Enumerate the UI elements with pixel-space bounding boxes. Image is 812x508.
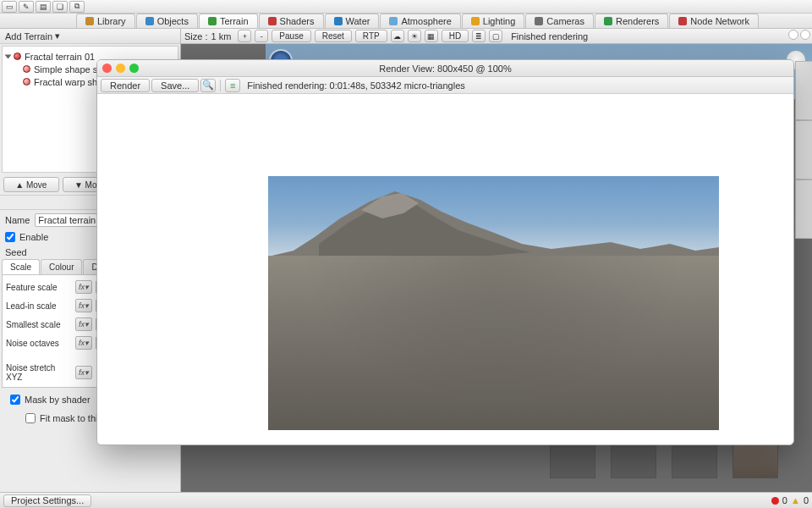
error-count: 0 (782, 495, 787, 505)
tab-label: Terrain (220, 16, 249, 26)
render-view-window[interactable]: Render View: 800x450 @ 100% Render Save.… (96, 59, 794, 445)
side-tabs (795, 61, 812, 239)
enable-label: Enable (19, 232, 48, 242)
prop-label: Lead-in scale (6, 301, 72, 311)
cloud-icon[interactable]: ☁ (391, 30, 404, 42)
fx-button-icon[interactable]: fx▾ (75, 299, 92, 312)
prop-label: Feature scale (6, 283, 72, 292)
fx-button-icon[interactable]: fx▾ (75, 336, 92, 350)
mask-label: Mask by shader (25, 395, 91, 405)
pause-button[interactable]: Pause (272, 30, 310, 42)
tab-label: Objects (157, 16, 189, 26)
zoom-in-button[interactable]: + (238, 30, 251, 42)
project-settings-button[interactable]: Project Settings... (3, 494, 91, 507)
sun-icon[interactable]: ☀ (408, 30, 421, 42)
warning-count: 0 (804, 495, 809, 505)
error-icon (771, 497, 779, 505)
tab-cameras[interactable]: Cameras (525, 14, 594, 28)
render-status: Finished rendering: 0:01:48s, 503342 mic… (247, 80, 464, 91)
proptab-colour[interactable]: Colour (41, 259, 82, 274)
open-icon[interactable]: ✎ (19, 1, 34, 13)
viewmode-a-icon[interactable] (788, 30, 798, 40)
thumbnail[interactable] (550, 444, 595, 478)
side-tab[interactable] (795, 120, 812, 179)
save-icon[interactable]: ▤ (36, 1, 51, 13)
duplicate-icon[interactable]: ⧉ (69, 1, 85, 13)
mini-toolbar: ▭ ✎ ▤ ❏ ⧉ (0, 0, 812, 14)
tab-node-network[interactable]: Node Network (669, 14, 759, 28)
tab-label: Library (97, 16, 126, 26)
fitmask-label: Fit mask to this (40, 413, 102, 423)
move-up-button[interactable]: ▲ Move (3, 177, 59, 192)
size-value: 1 km (211, 31, 232, 41)
square-icon[interactable]: ▢ (489, 30, 502, 42)
render-button[interactable]: Render (101, 79, 150, 92)
zoom-out-button[interactable]: - (255, 30, 268, 42)
render-ground (268, 256, 719, 430)
info-icon[interactable]: ≡ (225, 79, 240, 92)
render-titlebar[interactable]: Render View: 800x450 @ 100% (97, 60, 793, 77)
node-icon (23, 78, 30, 86)
warning-icon: ▲ (791, 495, 800, 505)
node-icon (14, 52, 21, 60)
zoom-tool-icon[interactable]: 🔍 (200, 79, 216, 92)
viewport-status: Finished rendering (511, 31, 588, 41)
render-toolbar: Render Save... 🔍 ≡ Finished rendering: 0… (97, 77, 793, 94)
reset-button[interactable]: Reset (315, 30, 352, 42)
tab-label: Lighting (483, 16, 516, 26)
tab-shaders[interactable]: Shaders (259, 14, 324, 28)
thumbnail[interactable] (672, 444, 717, 478)
size-label: Size : (184, 31, 208, 41)
add-terrain-label: Add Terrain (5, 31, 52, 41)
fx-button-icon[interactable]: fx▾ (75, 318, 92, 331)
render-canvas-area (97, 94, 793, 444)
rtp-button[interactable]: RTP (355, 30, 387, 42)
new-icon[interactable]: ▭ (2, 1, 17, 13)
tab-label: Water (346, 16, 370, 26)
layers-icon[interactable]: ❏ (52, 1, 68, 13)
disclosure-icon[interactable] (5, 54, 12, 58)
status-bar: Project Settings... 0 ▲ 0 (0, 492, 812, 508)
hd-button[interactable]: HD (442, 30, 469, 42)
layers-toggle-icon[interactable]: ≣ (472, 30, 486, 42)
tab-label: Shaders (280, 16, 315, 26)
tab-label: Node Network (690, 16, 749, 26)
thumbnail[interactable] (611, 444, 656, 478)
grid-icon[interactable]: ▦ (425, 30, 438, 42)
rendered-image (268, 176, 719, 430)
tab-library[interactable]: Library (76, 14, 135, 28)
prop-label: Noise octaves (6, 339, 72, 348)
prop-label: Smallest scale (6, 320, 72, 329)
tab-atmosphere[interactable]: Atmosphere (380, 14, 460, 28)
add-terrain-dropdown[interactable]: Add Terrain ▾ (0, 29, 180, 44)
fx-button-icon[interactable]: fx▾ (75, 280, 92, 294)
tab-objects[interactable]: Objects (136, 14, 198, 28)
minimize-icon[interactable] (116, 64, 125, 73)
side-tab[interactable] (795, 179, 812, 239)
fx-button-icon[interactable]: fx▾ (75, 366, 92, 379)
prop-label: Noise stretch XYZ (6, 363, 72, 382)
thumbnail-row (550, 444, 778, 478)
tab-lighting[interactable]: Lighting (462, 14, 525, 28)
tab-label: Cameras (546, 16, 584, 26)
tab-label: Renderers (616, 16, 659, 26)
name-label: Name (5, 215, 30, 225)
save-render-button[interactable]: Save... (151, 79, 199, 92)
viewport-toolbar: Size : 1 km + - Pause Reset RTP ☁ ☀ ▦ HD… (181, 29, 812, 44)
dropdown-icon: ▾ (55, 30, 60, 41)
tab-terrain[interactable]: Terrain (199, 14, 258, 28)
thumbnail[interactable] (732, 444, 778, 478)
side-tab[interactable] (795, 61, 812, 120)
proptab-scale[interactable]: Scale (2, 259, 40, 274)
module-tabs: Library Objects Terrain Shaders Water At… (0, 14, 812, 29)
render-title: Render View: 800x450 @ 100% (379, 64, 512, 74)
tab-water[interactable]: Water (325, 14, 380, 28)
tab-label: Atmosphere (401, 16, 451, 26)
tab-renderers[interactable]: Renderers (595, 14, 668, 28)
node-icon (23, 65, 30, 73)
close-icon[interactable] (102, 64, 112, 73)
viewmode-b-icon[interactable] (800, 30, 810, 40)
zoom-icon[interactable] (129, 64, 139, 73)
tree-label: Fractal terrain 01 (25, 52, 95, 62)
